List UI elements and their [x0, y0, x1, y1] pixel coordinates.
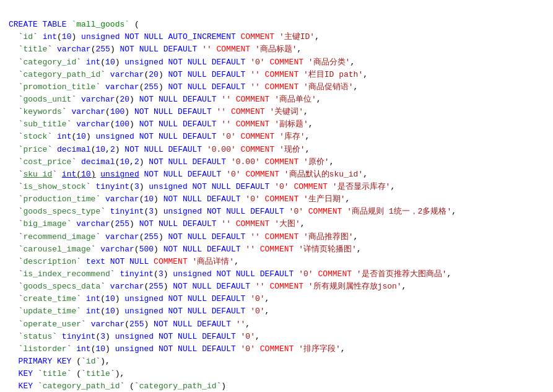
code-block: CREATE TABLE `mall_goods` ( `id` int(10)…	[0, 0, 553, 392]
